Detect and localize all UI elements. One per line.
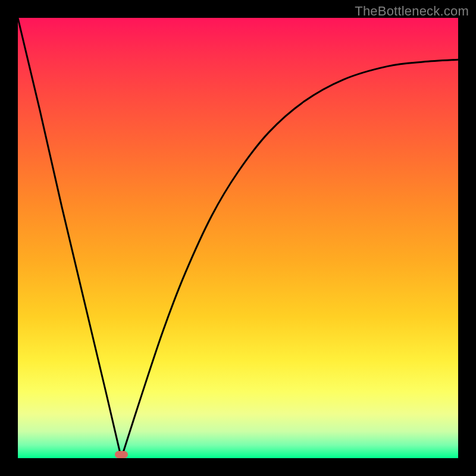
chart-frame: TheBottleneck.com [0,0,476,476]
bottleneck-curve [18,18,458,458]
plot-area [18,18,458,458]
watermark-text: TheBottleneck.com [355,4,469,19]
curve-path [18,18,458,458]
minimum-marker [115,451,128,458]
